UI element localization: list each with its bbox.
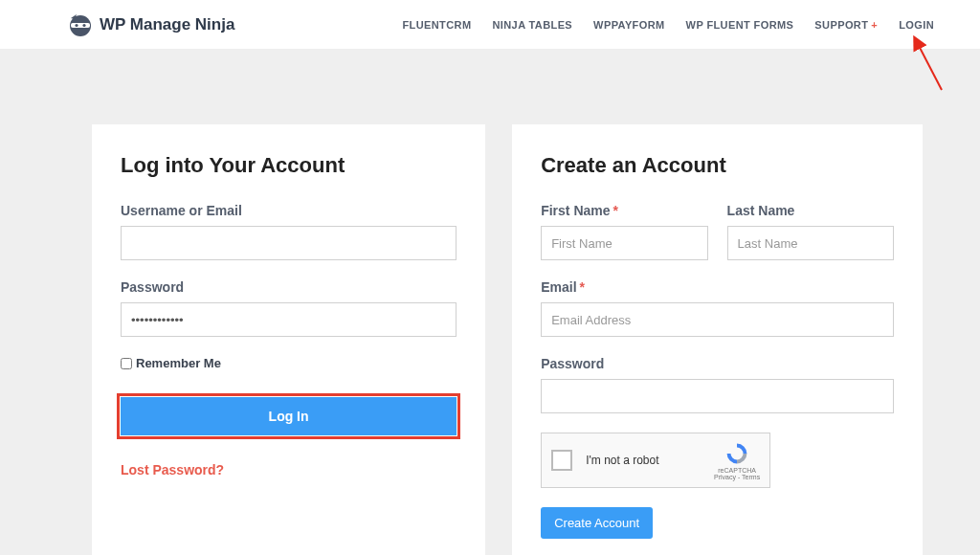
svg-rect-1 — [71, 23, 90, 28]
first-name-input[interactable] — [541, 226, 707, 260]
reg-password-label: Password — [541, 356, 894, 371]
remember-label: Remember Me — [136, 356, 221, 370]
nav-support[interactable]: SUPPORT+ — [814, 19, 878, 31]
login-title: Log into Your Account — [121, 153, 457, 178]
main-content: Log into Your Account Username or Email … — [0, 50, 980, 555]
header: WP Manage Ninja FLUENTCRM NINJA TABLES W… — [0, 0, 980, 50]
username-input[interactable] — [121, 226, 457, 260]
brand-name: WP Manage Ninja — [100, 15, 234, 34]
recaptcha-text: I'm not a robot — [586, 454, 714, 467]
svg-point-2 — [75, 23, 78, 26]
recaptcha-icon — [724, 441, 749, 466]
reg-password-input[interactable] — [541, 379, 894, 413]
email-label: Email* — [541, 279, 894, 295]
brand-logo[interactable]: WP Manage Ninja — [67, 11, 234, 38]
recaptcha-widget[interactable]: I'm not a robot reCAPTCHA Privacy - Term… — [541, 433, 770, 488]
password-input[interactable] — [121, 302, 457, 337]
register-panel: Create an Account First Name* Last Name … — [512, 124, 923, 555]
username-field: Username or Email — [121, 203, 457, 260]
ninja-logo-icon — [67, 11, 94, 38]
login-button[interactable]: Log In — [121, 397, 457, 435]
login-panel: Log into Your Account Username or Email … — [92, 124, 485, 555]
create-account-button[interactable]: Create Account — [541, 507, 653, 539]
first-name-field: First Name* — [541, 203, 707, 260]
last-name-label: Last Name — [727, 203, 894, 218]
svg-point-3 — [82, 23, 85, 26]
last-name-field: Last Name — [727, 203, 894, 260]
main-nav: FLUENTCRM NINJA TABLES WPPAYFORM WP FLUE… — [402, 19, 934, 31]
nav-wppayform[interactable]: WPPAYFORM — [593, 19, 665, 31]
username-label: Username or Email — [121, 203, 457, 218]
remember-me[interactable]: Remember Me — [121, 356, 457, 370]
recaptcha-badge: reCAPTCHA Privacy - Terms — [714, 441, 760, 480]
reg-password-field: Password — [541, 356, 894, 413]
recaptcha-checkbox[interactable] — [551, 450, 572, 471]
remember-checkbox[interactable] — [121, 358, 132, 369]
nav-login[interactable]: LOGIN — [899, 19, 934, 31]
plus-icon: + — [871, 19, 878, 31]
first-name-label: First Name* — [541, 203, 707, 218]
email-input[interactable] — [541, 302, 894, 337]
register-title: Create an Account — [541, 153, 894, 178]
last-name-input[interactable] — [727, 226, 894, 260]
email-field: Email* — [541, 279, 894, 337]
password-label: Password — [121, 279, 457, 295]
nav-wp-fluent-forms[interactable]: WP FLUENT FORMS — [686, 19, 794, 31]
password-field: Password — [121, 279, 457, 337]
nav-ninja-tables[interactable]: NINJA TABLES — [492, 19, 572, 31]
lost-password-link[interactable]: Lost Password? — [121, 462, 224, 477]
nav-fluentcrm[interactable]: FLUENTCRM — [402, 19, 471, 31]
